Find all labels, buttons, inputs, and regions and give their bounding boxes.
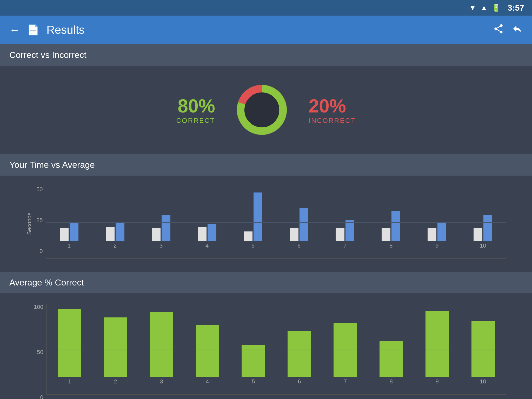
avg-grid-mid: [47, 349, 506, 349]
incorrect-label: 20% INCORRECT: [309, 95, 356, 125]
avg-bar-3: 3: [150, 312, 173, 385]
avg-bar-8: 8: [380, 341, 403, 385]
bar-group-10: 10: [474, 215, 492, 249]
y-axis-label-time: Seconds: [26, 212, 33, 235]
back-button[interactable]: ←: [9, 24, 20, 36]
bar-group-6: 6: [290, 208, 308, 249]
share-icon[interactable]: [493, 23, 504, 37]
bar-group-5: 5: [244, 192, 262, 249]
avg-bars-area: 1 2 3 4 5 6 7: [46, 304, 506, 395]
status-icons: ▼ ▲ 🔋 3:57: [469, 3, 524, 13]
correct-text: CORRECT: [176, 117, 215, 125]
avg-bar-7: 7: [334, 323, 357, 385]
correct-percent: 80%: [176, 95, 215, 117]
bar-group-8: 8: [382, 211, 400, 249]
y-labels-time: 50 25 0: [36, 186, 46, 264]
section-header-avg: Average % Correct: [0, 272, 532, 293]
bar-blue: [70, 223, 78, 241]
grid-line-mid: [46, 222, 506, 223]
time-chart-section: Seconds 50 25 0 1: [0, 176, 532, 272]
donut-section: 80% CORRECT 20% INCORRECT: [0, 66, 532, 154]
section-header-correct: Correct vs Incorrect: [0, 44, 532, 66]
reply-icon[interactable]: [512, 23, 523, 37]
bar-group-9: 9: [428, 222, 446, 249]
status-time: 3:57: [508, 3, 524, 13]
avg-chart-section: 100 50 0 1 2 3 4: [0, 293, 532, 399]
app-bar-left: ← 📄 Results: [9, 23, 493, 36]
incorrect-text: INCORRECT: [309, 117, 356, 125]
app-bar-right: [493, 23, 523, 37]
avg-bar-1: 1: [58, 309, 81, 385]
donut-chart: [231, 79, 293, 141]
avg-bar-4: 4: [196, 325, 219, 385]
wifi-icon: ▼: [469, 4, 476, 12]
status-bar: ▼ ▲ 🔋 3:57: [0, 0, 532, 16]
bar-group-7: 7: [336, 220, 354, 249]
y-labels-avg: 100 50 0: [34, 304, 46, 399]
section-header-time: Your Time vs Average: [0, 154, 532, 176]
grid-line-top: [46, 186, 506, 186]
battery-icon: 🔋: [492, 4, 501, 12]
bar-white: [60, 228, 69, 241]
avg-grid-top: [47, 304, 506, 304]
bar-group-2: 2: [106, 222, 124, 249]
incorrect-percent: 20%: [309, 95, 356, 117]
donut-svg: [231, 79, 293, 141]
avg-bar-9: 9: [425, 311, 449, 385]
avg-bar-6: 6: [288, 331, 311, 385]
time-bars-area: 1 2 3 4: [46, 186, 506, 259]
bar-group-1: 1: [60, 223, 78, 249]
signal-icon: ▲: [480, 4, 488, 12]
bar-group-4: 4: [198, 224, 216, 249]
svg-point-3: [246, 94, 278, 126]
correct-label: 80% CORRECT: [176, 95, 215, 125]
bar-group-3: 3: [152, 215, 170, 249]
avg-bar-10: 10: [471, 321, 495, 385]
page-title: Results: [46, 23, 85, 36]
avg-bar-5: 5: [242, 345, 265, 385]
app-bar: ← 📄 Results: [0, 16, 532, 44]
avg-bar-2: 2: [104, 317, 127, 385]
results-icon: 📄: [27, 24, 39, 36]
